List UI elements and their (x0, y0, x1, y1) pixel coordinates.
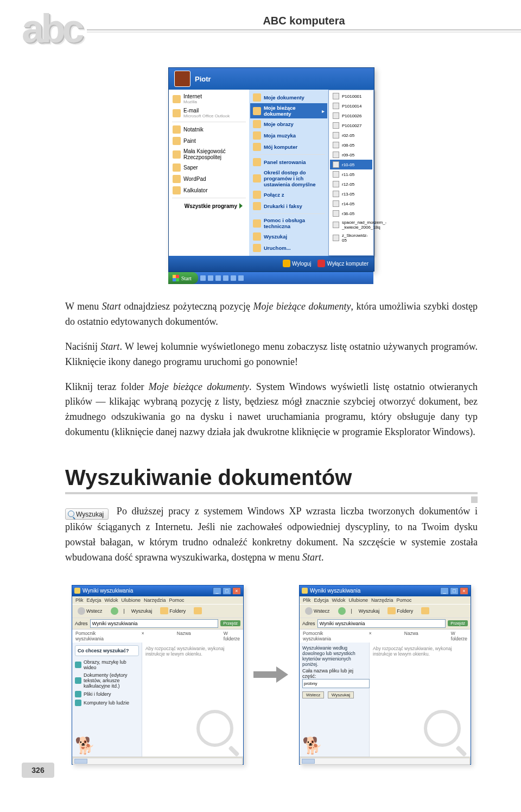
places-item[interactable]: Uruchom... (250, 242, 327, 254)
places-item[interactable]: Panel sterowania (250, 156, 327, 168)
back-button[interactable]: Wstecz (302, 691, 324, 698)
search-dog-icon: 🐕 (75, 738, 139, 754)
places-item-recent-docs[interactable]: Moje bieżące dokumenty▸ (250, 103, 327, 118)
recent-file[interactable]: spacer_nad_morzem_-_kwiecie_2006_18q (330, 218, 372, 231)
menubar[interactable]: PlikEdycjaWidokUlubioneNarzędziaPomoc (300, 596, 471, 604)
back-button[interactable]: Wstecz (302, 606, 333, 616)
minimize-button[interactable]: _ (440, 587, 449, 595)
folder-icon (387, 607, 396, 614)
folders-button[interactable]: Foldery (385, 606, 416, 615)
places-item[interactable]: Określ dostęp do programów i ich ustawie… (250, 168, 327, 189)
places-item[interactable]: Pomoc i obsługa techniczna (250, 216, 327, 231)
search-option[interactable]: Pliki i foldery (75, 691, 139, 697)
quicklaunch-icon[interactable] (215, 275, 221, 281)
menubar[interactable]: PlikEdycjaWidokUlubioneNarzędziaPomoc (72, 596, 243, 604)
recent-file[interactable]: r13-05 (330, 189, 372, 199)
scrollbar[interactable] (73, 758, 243, 765)
all-programs[interactable]: Wszystkie programy (170, 200, 248, 212)
search-button[interactable]: Wyszukaj (328, 691, 354, 698)
file-icon (333, 200, 339, 207)
file-icon (333, 171, 339, 178)
program-item[interactable]: Notatnik (170, 124, 248, 135)
quicklaunch-icon[interactable] (238, 275, 244, 281)
forward-button[interactable] (108, 606, 121, 616)
recent-file[interactable]: P1010027 (330, 121, 372, 130)
back-icon (78, 607, 85, 615)
program-item[interactable]: E-mailMicrosoft Office Outlook (170, 106, 248, 120)
search-option[interactable]: Komputery lub ludzie (75, 700, 139, 706)
search-button[interactable]: Wyszukaj (128, 607, 155, 615)
forward-button[interactable] (335, 606, 348, 616)
filename-field: Cała nazwa pliku lub jej część: (302, 668, 366, 688)
places-item[interactable]: Połącz z (250, 189, 327, 200)
filename-input[interactable] (302, 679, 370, 688)
recent-file[interactable]: P1010001 (330, 91, 372, 101)
recent-file[interactable]: r10-05 (330, 160, 372, 169)
file-icon (333, 103, 339, 109)
views-button[interactable] (418, 606, 432, 615)
scrollbar[interactable] (300, 758, 470, 765)
user-avatar-icon (174, 71, 190, 87)
titlebar: Wyniki wyszukiwania_□× (300, 586, 471, 596)
file-icon (333, 152, 339, 158)
quicklaunch-icon[interactable] (200, 275, 206, 281)
go-button[interactable]: Przejdź (448, 620, 468, 626)
quicklaunch-icon[interactable] (223, 275, 228, 281)
search-icon (253, 232, 261, 241)
maximize-button[interactable]: □ (450, 587, 459, 595)
go-button[interactable]: Przejdź (220, 620, 240, 626)
defaults-icon (253, 174, 261, 182)
body-paragraph: Kliknij teraz folder Moje bieżące dokume… (65, 380, 478, 440)
recent-file[interactable]: r11-05 (330, 169, 372, 179)
maximize-button[interactable]: □ (223, 587, 231, 595)
program-item[interactable]: Mała Księgowość Rzeczpospolitej (170, 147, 248, 162)
program-item[interactable]: Kalkulator (170, 185, 248, 196)
places-item[interactable]: Moje obrazy (250, 118, 327, 130)
places-item[interactable]: Moje dokumenty (250, 92, 327, 103)
program-icon (173, 125, 181, 134)
recent-file[interactable]: r02-05 (330, 130, 372, 140)
recent-file[interactable]: r14-05 (330, 199, 372, 209)
file-icon (333, 122, 339, 129)
back-button[interactable]: Wstecz (75, 606, 105, 616)
quicklaunch-icon[interactable] (208, 275, 213, 281)
shutdown-button[interactable]: Wyłącz komputer (317, 260, 368, 267)
address-input[interactable] (317, 619, 446, 628)
program-item[interactable]: Saper (170, 162, 248, 173)
recent-file[interactable]: P1010014 (330, 101, 372, 111)
run-icon (253, 244, 261, 252)
section-heading: Wyszukiwanie dokumentów (65, 466, 478, 494)
start-right-column: Moje dokumenty Moje bieżące dokumenty▸ M… (249, 90, 328, 256)
program-icon (173, 186, 181, 194)
toolbar: Wstecz | Wyszukaj Foldery (72, 604, 243, 618)
close-button[interactable]: × (232, 587, 241, 595)
search-button[interactable]: Wyszukaj (355, 607, 382, 615)
logoff-button[interactable]: Wyloguj (283, 260, 311, 267)
address-bar: AdresPrzejdź (300, 618, 471, 629)
places-item[interactable]: Moja muzyka (250, 130, 327, 141)
file-icon (333, 132, 339, 139)
close-button[interactable]: × (460, 587, 468, 595)
views-button[interactable] (191, 606, 205, 615)
views-icon (194, 607, 202, 614)
quicklaunch-icon[interactable] (231, 275, 236, 281)
places-item[interactable]: Mój komputer (250, 141, 327, 153)
address-input[interactable] (90, 619, 219, 628)
minimize-button[interactable]: _ (213, 587, 221, 595)
search-option[interactable]: Obrazy, muzykę lub wideo (75, 659, 139, 670)
start-button[interactable]: Start (168, 272, 198, 284)
recent-file[interactable]: z_Skorowidz-05 (330, 231, 372, 244)
folders-button[interactable]: Foldery (157, 606, 188, 615)
places-item[interactable]: Drukarki i faksy (250, 200, 327, 212)
program-item[interactable]: InternetMozilla (170, 92, 248, 106)
places-item[interactable]: Wyszukaj (250, 231, 327, 242)
recent-file[interactable]: r12-05 (330, 179, 372, 189)
document-icon (75, 677, 81, 684)
program-item[interactable]: WordPad (170, 173, 248, 185)
recent-file[interactable]: P1010026 (330, 111, 372, 121)
recent-file[interactable]: r08-05 (330, 140, 372, 150)
search-option[interactable]: Dokumenty (edytory tekstów, arkusze kalk… (75, 672, 139, 689)
recent-file[interactable]: r36-05 (330, 209, 372, 218)
program-item[interactable]: Paint (170, 135, 248, 147)
recent-file[interactable]: r09-05 (330, 150, 372, 160)
